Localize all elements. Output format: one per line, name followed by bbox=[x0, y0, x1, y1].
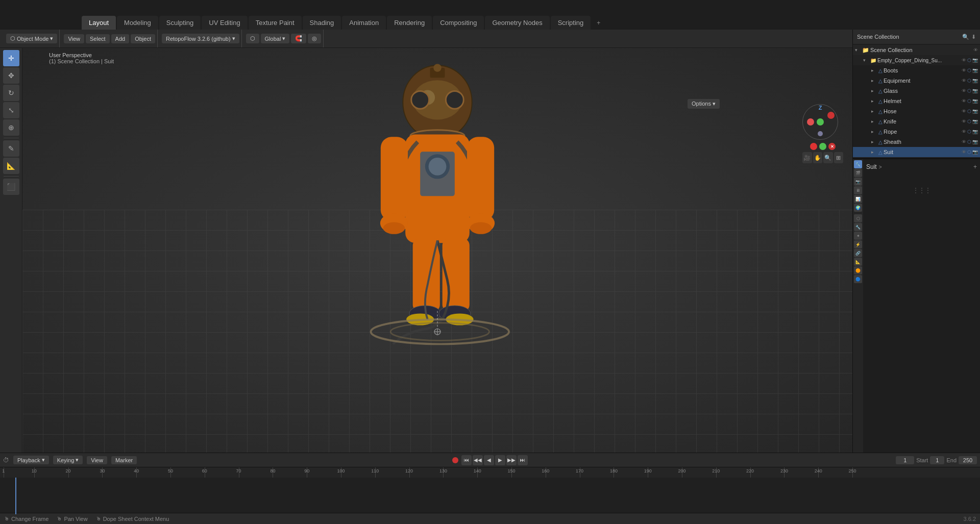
measure-tool[interactable]: 📐 bbox=[3, 158, 19, 174]
rotate-tool[interactable]: ↻ bbox=[3, 85, 19, 101]
search-icon[interactable]: 🔍 bbox=[823, 152, 833, 163]
viewport-3d[interactable]: User Perspective (1) Scene Collection | … bbox=[22, 48, 852, 453]
collection-restrict[interactable]: ⬡ bbox=[967, 58, 971, 63]
prop-tab-data[interactable]: 📐 bbox=[854, 258, 862, 266]
tab-texture-paint[interactable]: Texture Paint bbox=[249, 16, 302, 30]
prop-tab-world[interactable]: 🌍 bbox=[854, 204, 862, 212]
pivot-point-btn[interactable]: ⬡ bbox=[246, 34, 259, 43]
tab-geometry-nodes[interactable]: Geometry Nodes bbox=[485, 16, 549, 30]
tab-uv-editing[interactable]: UV Editing bbox=[202, 16, 247, 30]
prop-tab-active-tools[interactable]: 🔧 bbox=[854, 160, 862, 168]
render-hose[interactable]: 📷 bbox=[972, 109, 978, 114]
jump-end-btn[interactable]: ⏭ bbox=[518, 455, 528, 465]
object-mode-selector[interactable]: ⬡ Object Mode ▾ bbox=[6, 34, 57, 43]
timeline-ruler[interactable]: 1102030405060708090100110120130140150160… bbox=[0, 467, 980, 478]
next-keyframe-btn[interactable]: ▶▶ bbox=[506, 455, 517, 465]
tab-layout[interactable]: Layout bbox=[82, 16, 116, 30]
tab-animation[interactable]: Animation bbox=[342, 16, 386, 30]
add-property-btn[interactable]: + bbox=[973, 163, 977, 170]
prop-tab-particles[interactable]: ✦ bbox=[854, 232, 862, 240]
move-tool[interactable]: ✥ bbox=[3, 67, 19, 84]
cursor-tool[interactable]: ✛ bbox=[3, 50, 19, 66]
play-reverse-btn[interactable]: ◀ bbox=[484, 455, 494, 465]
timeline-content[interactable] bbox=[0, 478, 980, 514]
restrict-helmet[interactable]: ⬡ bbox=[967, 98, 971, 104]
prop-tab-object[interactable]: ⬡ bbox=[854, 214, 862, 222]
timeline-editor-icon[interactable]: ⏱ bbox=[3, 457, 9, 464]
eye-hose[interactable]: 👁 bbox=[962, 109, 966, 114]
render-suit[interactable]: 📷 bbox=[972, 149, 978, 155]
keying-menu[interactable]: Keying ▾ bbox=[53, 456, 83, 464]
outliner-filter-icon[interactable]: ⬇ bbox=[971, 34, 976, 40]
tab-rendering[interactable]: Rendering bbox=[387, 16, 432, 30]
prop-tab-physics[interactable]: ⚡ bbox=[854, 240, 862, 248]
scene-collection-root[interactable]: ▾ 📁 Scene Collection 👁 bbox=[853, 45, 980, 55]
outliner-item-helmet[interactable]: ▸ △ Helmet 👁 ⬡ 📷 bbox=[853, 96, 980, 106]
eye-sheath[interactable]: 👁 bbox=[962, 139, 966, 144]
outliner-item-boots[interactable]: ▸ △ Boots 👁 ⬡ 📷 bbox=[853, 65, 980, 76]
camera-icon[interactable]: 🎥 bbox=[802, 152, 812, 163]
outliner-item-sheath[interactable]: ▸ △ Sheath 👁 ⬡ 📷 bbox=[853, 137, 980, 147]
render-glass[interactable]: 📷 bbox=[972, 88, 978, 93]
render-boots[interactable]: 📷 bbox=[972, 68, 978, 73]
collection-render[interactable]: 📷 bbox=[972, 58, 978, 63]
restrict-glass[interactable]: ⬡ bbox=[967, 88, 971, 93]
transform-tool[interactable]: ⊕ bbox=[3, 119, 19, 136]
scale-tool[interactable]: ⤡ bbox=[3, 102, 19, 118]
marker-menu[interactable]: Marker bbox=[111, 456, 137, 464]
outliner-item-rope[interactable]: ▸ △ Rope 👁 ⬡ 📷 bbox=[853, 127, 980, 137]
outliner-item-suit[interactable]: ▸ △ Suit 👁 ⬡ 📷 bbox=[853, 147, 980, 157]
gizmo-y-dot[interactable] bbox=[818, 131, 823, 136]
restrict-sheath[interactable]: ⬡ bbox=[967, 139, 971, 144]
playback-menu[interactable]: Playback ▾ bbox=[13, 456, 49, 464]
tab-scripting[interactable]: Scripting bbox=[551, 16, 591, 30]
snapping-btn[interactable]: 🧲 bbox=[291, 34, 306, 43]
end-frame-input[interactable]: 250 bbox=[959, 456, 977, 464]
prop-tab-render[interactable]: 📷 bbox=[854, 178, 862, 186]
camera-move-icon[interactable]: ✋ bbox=[813, 152, 823, 163]
collection-eye[interactable]: 👁 bbox=[962, 58, 966, 63]
render-equipment[interactable]: 📷 bbox=[972, 78, 978, 83]
eye-knife[interactable]: 👁 bbox=[962, 119, 966, 124]
restrict-equipment[interactable]: ⬡ bbox=[967, 78, 971, 83]
add-cube-tool[interactable]: ⬛ bbox=[3, 179, 19, 195]
record-btn[interactable] bbox=[452, 457, 458, 463]
render-knife[interactable]: 📷 bbox=[972, 119, 978, 124]
eye-helmet[interactable]: 👁 bbox=[962, 98, 966, 104]
prop-tab-viewlayer[interactable]: 📊 bbox=[854, 195, 862, 203]
gizmo-x-dot[interactable] bbox=[807, 118, 814, 126]
scene-eye-icon[interactable]: 👁 bbox=[973, 47, 978, 53]
prop-tab-material[interactable]: 🟠 bbox=[854, 266, 862, 275]
tab-modeling[interactable]: Modeling bbox=[117, 16, 158, 30]
annotate-tool[interactable]: ✎ bbox=[3, 140, 19, 157]
options-button[interactable]: Options ▾ bbox=[688, 99, 720, 109]
eye-boots[interactable]: 👁 bbox=[962, 68, 966, 73]
prop-tab-scene[interactable]: 🎬 bbox=[854, 169, 862, 177]
eye-suit[interactable]: 👁 bbox=[962, 149, 966, 155]
eye-equipment[interactable]: 👁 bbox=[962, 78, 966, 83]
restrict-knife[interactable]: ⬡ bbox=[967, 119, 971, 124]
start-frame-input[interactable]: 1 bbox=[930, 456, 944, 464]
grid-icon[interactable]: ⊞ bbox=[834, 152, 844, 163]
outliner-item-hose[interactable]: ▸ △ Hose 👁 ⬡ 📷 bbox=[853, 106, 980, 116]
proportional-edit-btn[interactable]: ◎ bbox=[308, 34, 321, 43]
render-helmet[interactable]: 📷 bbox=[972, 98, 978, 104]
object-menu[interactable]: Object bbox=[131, 34, 155, 43]
select-menu[interactable]: Select bbox=[86, 34, 110, 43]
play-btn[interactable]: ▶ bbox=[495, 455, 505, 465]
gizmo-circle[interactable]: Z bbox=[802, 104, 838, 140]
jump-start-btn[interactable]: ⏮ bbox=[461, 455, 472, 465]
outliner-item-knife[interactable]: ▸ △ Knife 👁 ⬡ 📷 bbox=[853, 116, 980, 127]
add-menu[interactable]: Add bbox=[111, 34, 130, 43]
prop-tab-output[interactable]: 🖥 bbox=[854, 186, 862, 194]
prev-keyframe-btn[interactable]: ◀◀ bbox=[473, 455, 483, 465]
prop-tab-shader[interactable]: 🔵 bbox=[854, 275, 862, 283]
eye-rope[interactable]: 👁 bbox=[962, 129, 966, 134]
view-menu[interactable]: View bbox=[64, 34, 84, 43]
tab-shading[interactable]: Shading bbox=[303, 16, 341, 30]
render-rope[interactable]: 📷 bbox=[972, 129, 978, 134]
prop-tab-constraints[interactable]: 🔗 bbox=[854, 249, 862, 257]
view-menu-timeline[interactable]: View bbox=[87, 456, 107, 464]
outliner-search-icon[interactable]: 🔍 bbox=[962, 34, 969, 40]
outliner-item-equipment[interactable]: ▸ △ Equipment 👁 ⬡ 📷 bbox=[853, 76, 980, 86]
